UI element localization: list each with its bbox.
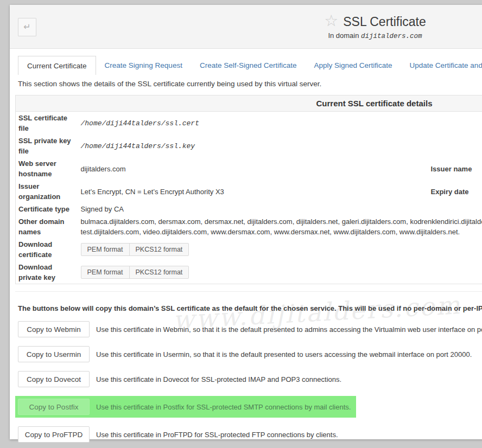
row-label: Download private key — [16, 261, 77, 284]
tab-create-self-signed-certificate[interactable]: Create Self-Signed Certificate — [191, 56, 306, 75]
copy-to-webmin-button[interactable]: Copy to Webmin — [18, 321, 90, 337]
favorite-star-icon[interactable]: ☆ — [324, 13, 338, 29]
download-private-key-button-group: PEM format PKCS12 format — [81, 266, 189, 279]
page-title: SSL Certificate — [343, 15, 426, 29]
row-label: Certificate type — [16, 203, 77, 215]
tab-current-certificate[interactable]: Current Certificate — [18, 56, 96, 75]
page-subtitle: In domain dijitalders.com — [328, 31, 422, 40]
row-label: SSL certificate file — [16, 112, 77, 135]
copy-to-usermin-button[interactable]: Copy to Usermin — [18, 346, 90, 362]
pkcs12-format-button[interactable]: PKCS12 format — [129, 266, 189, 278]
copy-to-postfix-button[interactable]: Copy to Postfix — [18, 399, 90, 415]
other-domains-line-1: bulmaca.dijitalders.com, dersmax.com, de… — [81, 216, 482, 227]
domain-name: dijitalders.com — [361, 33, 422, 40]
table-row-download-certificate: Download certificate PEM format PKCS12 f… — [16, 238, 482, 261]
tab-bar: Current Certificate Create Signing Reque… — [18, 56, 482, 75]
title-block: ☆ SSL Certificate In domain dijitalders.… — [10, 5, 482, 48]
table-header-row: Current SSL certificate details — [16, 95, 482, 112]
row-label-expiry-date: Expiry date — [428, 180, 482, 203]
certificate-type-value: Signed by CA — [77, 203, 482, 215]
table-row-issuer-organization: Issuer organization Let’s Encrypt, CN = … — [16, 180, 482, 203]
row-label: Download certificate — [16, 238, 77, 261]
table-row-hostname: Web server hostname dijitalders.com Issu… — [16, 157, 482, 180]
page-header: ↵ ☆ SSL Certificate In domain dijitalder… — [10, 5, 482, 49]
other-domains-line-2: test.dijitalders.com, video.dijitalders.… — [81, 227, 482, 237]
ssl-cert-file-path: /home/diji44talders/ssl.cert — [77, 112, 482, 135]
copy-row-usermin: Copy to Usermin Use this certificate in … — [18, 346, 482, 362]
section-divider — [15, 291, 482, 292]
other-domain-names-value: bulmaca.dijitalders.com, dersmax.com, de… — [77, 215, 482, 238]
pem-format-button[interactable]: PEM format — [81, 244, 129, 255]
copy-row-postfix-highlighted: Copy to Postfix Use this certificate in … — [15, 396, 356, 418]
row-label-issuer-name: Issuer name — [428, 157, 482, 180]
tab-apply-signed-certificate[interactable]: Apply Signed Certificate — [305, 56, 401, 75]
copy-section-note: The buttons below will copy this domain’… — [18, 304, 482, 312]
copy-postfix-description: Use this certificate in Postfix for SSL-… — [96, 403, 351, 411]
copy-dovecot-description: Use this certificate in Dovecot for SSL-… — [96, 375, 341, 383]
copy-usermin-description: Use this certificate in Usermin, so that… — [96, 350, 472, 359]
copy-row-webmin: Copy to Webmin Use this certificate in W… — [18, 321, 482, 337]
table-title: Current SSL certificate details — [16, 95, 482, 112]
ssl-certificate-window: ↵ ☆ SSL Certificate In domain dijitalder… — [10, 5, 482, 439]
row-label: SSL private key file — [16, 135, 77, 157]
pem-format-button[interactable]: PEM format — [81, 266, 129, 278]
subtitle-prefix: In domain — [328, 31, 359, 40]
certificate-details-table: Current SSL certificate details SSL cert… — [15, 95, 482, 284]
table-row-key-file: SSL private key file /home/diji44talders… — [16, 135, 482, 157]
section-description: This section shows the details of the SS… — [18, 80, 482, 88]
copy-proftpd-description: Use this certificate in ProFTPD for SSL-… — [96, 431, 338, 439]
main-content: Current Certificate Create Signing Reque… — [10, 56, 482, 443]
copy-row-proftpd: Copy to ProFTPD Use this certificate in … — [18, 426, 482, 443]
hostname-value: dijitalders.com — [77, 157, 428, 180]
table-row-cert-file: SSL certificate file /home/diji44talders… — [16, 112, 482, 135]
pkcs12-format-button[interactable]: PKCS12 format — [129, 244, 189, 255]
copy-to-dovecot-button[interactable]: Copy to Dovecot — [18, 371, 90, 387]
row-label: Issuer organization — [16, 180, 77, 203]
tab-update-certificate-and-key[interactable]: Update Certificate and Key — [401, 56, 482, 75]
row-label: Web server hostname — [16, 157, 77, 180]
download-certificate-button-group: PEM format PKCS12 format — [81, 243, 189, 256]
copy-row-dovecot: Copy to Dovecot Use this certificate in … — [18, 371, 482, 387]
table-row-certificate-type: Certificate type Signed by CA — [16, 203, 482, 215]
ssl-key-file-path: /home/diji44talders/ssl.key — [77, 135, 482, 157]
table-row-download-private-key: Download private key PEM format PKCS12 f… — [16, 261, 482, 284]
issuer-organization-value: Let’s Encrypt, CN = Let’s Encrypt Author… — [77, 180, 428, 203]
tab-create-signing-request[interactable]: Create Signing Request — [96, 56, 191, 75]
copy-webmin-description: Use this certificate in Webmin, so that … — [96, 325, 482, 334]
copy-to-proftpd-button[interactable]: Copy to ProFTPD — [18, 426, 90, 443]
table-row-other-domains: Other domain names bulmaca.dijitalders.c… — [16, 215, 482, 238]
row-label: Other domain names — [16, 215, 77, 238]
